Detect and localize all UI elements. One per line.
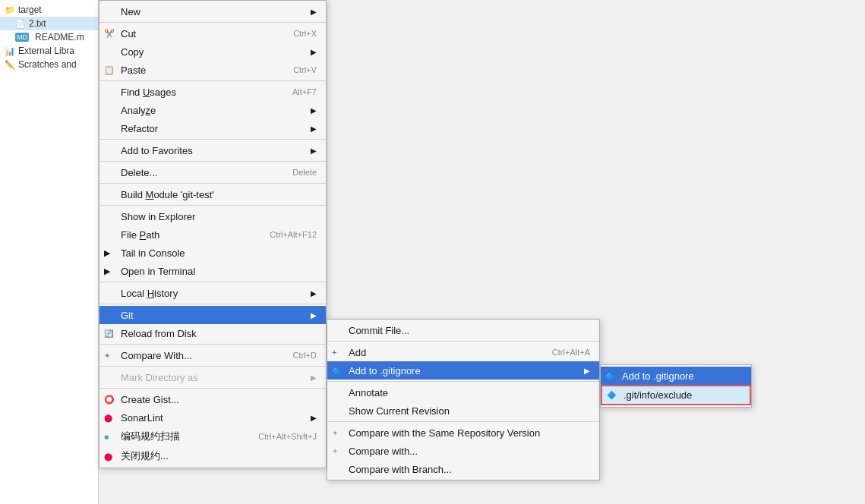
tree-item-external[interactable]: 📊 External Libra xyxy=(0,44,98,58)
tail-icon: ▶ xyxy=(104,248,110,258)
submenu-arrow: ▶ xyxy=(311,414,317,422)
menu-item-compare[interactable]: ✦ Compare With... Ctrl+D xyxy=(99,346,326,364)
git-menu-show-revision[interactable]: Show Current Revision xyxy=(327,402,599,420)
git-menu-compare-branch[interactable]: Compare with Branch... xyxy=(327,460,599,478)
cut-icon: ✂️ xyxy=(104,29,115,39)
github-icon: ⭕ xyxy=(104,395,115,405)
tree-item-label: External Libra xyxy=(18,46,74,56)
git-menu-annotate[interactable]: Annotate xyxy=(327,383,599,402)
separator xyxy=(99,388,326,389)
menu-item-build-module[interactable]: Build Module 'git-test' xyxy=(99,185,326,203)
separator xyxy=(99,161,326,162)
menu-item-reload[interactable]: 🔄 Reload from Disk xyxy=(99,324,326,342)
file-icon: 📄 xyxy=(15,19,26,29)
menu-item-paste[interactable]: 📋 Paste Ctrl+V xyxy=(99,61,326,79)
menu-item-git[interactable]: Git ▶ xyxy=(99,306,326,324)
tree-item-label: target xyxy=(18,5,42,15)
git-submenu: Commit File... + Add Ctrl+Alt+A 🔷 Add to… xyxy=(327,319,600,480)
git-menu-compare-same[interactable]: ✦ Compare with the Same Repository Versi… xyxy=(327,424,599,442)
separator xyxy=(99,80,326,81)
submenu-arrow: ▶ xyxy=(311,311,317,320)
submenu-arrow: ▶ xyxy=(311,373,317,382)
menu-item-new[interactable]: New ▶ xyxy=(99,2,326,20)
menu-item-mark-directory[interactable]: Mark Directory as ▶ xyxy=(99,368,326,386)
tree-item-label: Scratches and xyxy=(18,59,77,70)
menu-item-cut[interactable]: ✂️ Cut Ctrl+X xyxy=(99,24,326,43)
separator xyxy=(99,304,326,304)
submenu-arrow: ▶ xyxy=(311,289,317,298)
tree-item-2txt[interactable]: 📄 2.txt xyxy=(0,17,98,30)
git-menu-add[interactable]: + Add Ctrl+Alt+A xyxy=(327,343,599,361)
git-menu-commit[interactable]: Commit File... xyxy=(327,321,599,339)
separator xyxy=(99,22,326,23)
gitignore-icon: 🔷 xyxy=(332,367,341,375)
submenu-arrow: ▶ xyxy=(311,146,317,155)
menu-item-delete[interactable]: Delete... Delete xyxy=(99,163,326,181)
menu-item-create-gist[interactable]: ⭕ Create Gist... xyxy=(99,390,326,408)
gitignore-option-exclude[interactable]: 🔷 .git/info/exclude xyxy=(601,385,751,405)
scan-icon: ■ xyxy=(104,433,109,441)
submenu-arrow: ▶ xyxy=(311,8,317,16)
menu-item-local-history[interactable]: Local History ▶ xyxy=(99,284,326,302)
menu-item-file-path[interactable]: File Path Ctrl+Alt+F12 xyxy=(99,225,326,244)
tree-item-label: 2.txt xyxy=(29,18,46,29)
compare-icon: ✦ xyxy=(104,351,110,360)
menu-item-tail-console[interactable]: ▶ Tail in Console xyxy=(99,244,326,262)
tree-item-scratches[interactable]: ✏️ Scratches and xyxy=(0,58,98,71)
separator xyxy=(99,205,326,206)
tree-item-label: README.m xyxy=(35,32,84,43)
library-icon: 📊 xyxy=(5,46,15,56)
submenu-arrow: ▶ xyxy=(311,106,317,115)
separator xyxy=(99,282,326,282)
reload-icon: 🔄 xyxy=(104,329,113,338)
separator xyxy=(99,139,326,140)
tree-item-target[interactable]: 📁 target xyxy=(0,3,98,17)
separator xyxy=(327,381,599,382)
menu-item-find-usages[interactable]: Find Usages Alt+F7 xyxy=(99,83,326,101)
separator xyxy=(99,366,326,367)
scratches-icon: ✏️ xyxy=(5,60,15,70)
menu-item-copy[interactable]: Copy ▶ xyxy=(99,43,326,61)
tree-item-readme[interactable]: MD README.m xyxy=(0,30,98,44)
terminal-icon: ▶ xyxy=(104,266,110,276)
add-icon: + xyxy=(332,348,336,357)
menu-item-show-explorer[interactable]: Show in Explorer xyxy=(99,207,326,225)
submenu-arrow: ▶ xyxy=(311,124,317,133)
menu-item-open-terminal[interactable]: ▶ Open in Terminal xyxy=(99,262,326,280)
separator xyxy=(327,341,599,342)
submenu-arrow: ▶ xyxy=(311,48,317,56)
compare-icon: ✦ xyxy=(332,447,338,455)
menu-item-close-rule[interactable]: ⬤ 关闭规约... xyxy=(99,446,326,466)
git-menu-add-gitignore[interactable]: 🔷 Add to .gitignore ▶ xyxy=(327,361,599,380)
menu-item-add-favorites[interactable]: Add to Favorites ▶ xyxy=(99,141,326,159)
folder-icon: 📁 xyxy=(5,5,15,15)
gitignore-exclude-icon: 🔷 xyxy=(607,391,616,399)
gitignore-submenu: 🔷 Add to .gitignore 🔷 .git/info/exclude xyxy=(600,364,752,408)
separator xyxy=(327,421,599,422)
paste-icon: 📋 xyxy=(104,65,115,75)
menu-item-refactor[interactable]: Refactor ▶ xyxy=(99,119,326,137)
sonarlint-icon: ⬤ xyxy=(104,414,112,422)
gitignore-file-icon: 🔷 xyxy=(605,372,614,380)
compare-icon: ✦ xyxy=(332,429,338,437)
file-tree: 📁 target 📄 2.txt MD README.m 📊 External … xyxy=(0,0,99,504)
close-rule-icon: ⬤ xyxy=(104,452,112,461)
git-menu-compare-with[interactable]: ✦ Compare with... xyxy=(327,442,599,460)
separator xyxy=(99,344,326,345)
menu-item-sonarlint[interactable]: ⬤ SonarLint ▶ xyxy=(99,408,326,427)
gitignore-option-add[interactable]: 🔷 Add to .gitignore xyxy=(601,367,751,385)
menu-item-code-scan[interactable]: ■ 编码规约扫描 Ctrl+Alt+Shift+J xyxy=(99,427,326,446)
md-icon: MD xyxy=(15,33,29,42)
menu-item-analyze[interactable]: Analyze ▶ xyxy=(99,101,326,119)
submenu-arrow: ▶ xyxy=(584,367,590,375)
separator xyxy=(99,183,326,184)
context-menu: New ▶ ✂️ Cut Ctrl+X Copy ▶ 📋 Paste Ctrl+… xyxy=(99,0,327,468)
